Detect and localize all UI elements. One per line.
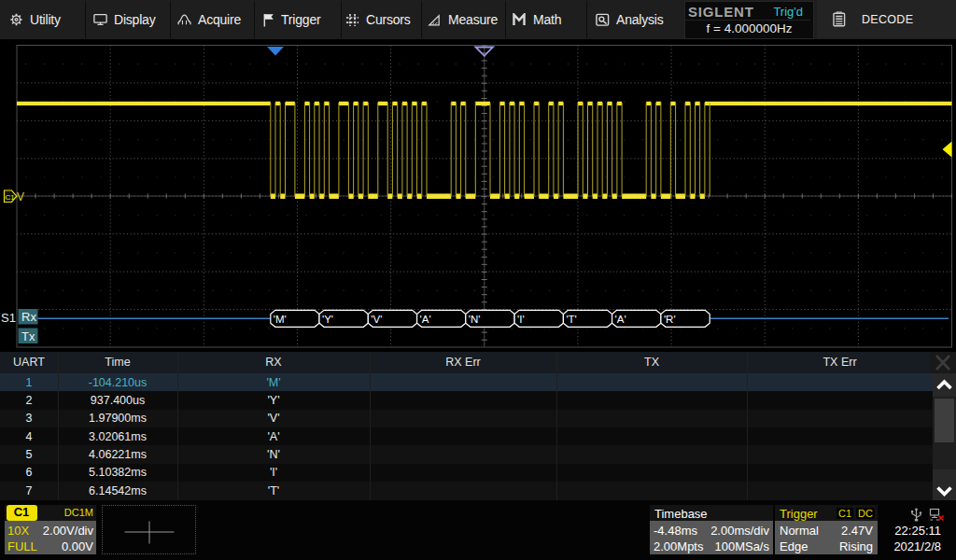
svg-text:C1: C1 <box>6 193 16 202</box>
svg-text:'M': 'M' <box>274 314 287 325</box>
svg-text:V: V <box>17 190 24 203</box>
svg-text:S1: S1 <box>1 311 16 325</box>
svg-text:'I': 'I' <box>517 314 525 325</box>
svg-text:Rx: Rx <box>21 310 36 324</box>
svg-text:Tx: Tx <box>21 329 35 343</box>
svg-text:'A': 'A' <box>615 314 626 325</box>
svg-text:'V': 'V' <box>371 314 382 325</box>
svg-text:'T': 'T' <box>566 314 576 325</box>
svg-text:'Y': 'Y' <box>322 314 333 325</box>
svg-text:'R': 'R' <box>664 314 676 325</box>
svg-text:'A': 'A' <box>420 314 431 325</box>
svg-text:'N': 'N' <box>469 314 481 325</box>
